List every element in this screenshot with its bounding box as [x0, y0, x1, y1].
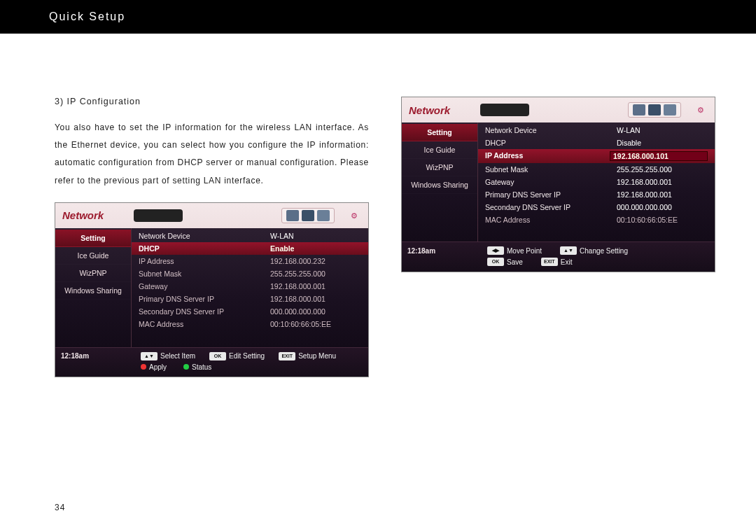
setting-key: DHCP	[485, 139, 617, 147]
setting-key: MAC Address	[485, 216, 617, 224]
setting-value: Enable	[270, 244, 361, 253]
legend-item: Apply	[138, 363, 169, 371]
legend-item: OKSave	[484, 258, 526, 266]
green-dot-icon	[183, 364, 189, 370]
sidebar-item-setting[interactable]: Setting	[55, 230, 131, 247]
button-hint-icon: EXIT	[279, 352, 295, 360]
sidebar-item-wizpnp[interactable]: WizPNP	[402, 159, 477, 176]
setting-row[interactable]: Gateway192.168.000.001	[478, 176, 715, 188]
setting-key: Primary DNS Server IP	[485, 190, 617, 199]
setting-value: 000.000.000.000	[617, 203, 708, 211]
gear-icon: ⚙	[347, 209, 361, 223]
setting-row[interactable]: DHCPDisable	[478, 136, 715, 149]
setting-value: Disable	[617, 139, 708, 147]
legend-label: Save	[507, 258, 523, 266]
sidebar-item-wizpnp[interactable]: WizPNP	[55, 265, 131, 282]
screenshot-dhcp-enable: Network ⚙ SettingIce GuideWizPNPWindows …	[55, 202, 369, 377]
setting-key: MAC Address	[139, 320, 270, 328]
setting-key: IP Address	[139, 257, 270, 265]
device-image	[480, 104, 529, 116]
setting-key: Primary DNS Server IP	[139, 295, 270, 303]
sidebar-item-ice-guide[interactable]: Ice Guide	[55, 247, 131, 265]
setting-key: DHCP	[139, 244, 270, 253]
legend-item: EXITSetup Menu	[276, 352, 339, 360]
button-hint-icon: EXIT	[541, 258, 558, 266]
setting-value: 192.168.000.232	[270, 257, 361, 265]
screenshot-ip-edit: Network ⚙ SettingIce GuideWizPNPWindows …	[401, 97, 715, 272]
sidebar-item-ice-guide[interactable]: Ice Guide	[402, 141, 477, 159]
setting-value: 192.168.000.001	[270, 282, 361, 290]
setting-value: 00:10:60:66:05:EE	[270, 320, 361, 328]
screen-title: Network	[409, 104, 472, 116]
legend-label: Exit	[561, 258, 573, 266]
setting-row[interactable]: Subnet Mask255.255.255.000	[478, 163, 715, 176]
gear-icon: ⚙	[694, 103, 708, 117]
setting-row[interactable]: Secondary DNS Server IP000.000.000.000	[132, 305, 368, 318]
setting-key: Secondary DNS Server IP	[485, 203, 617, 211]
network-icon	[648, 104, 661, 115]
setting-value: 255.255.255.000	[617, 165, 708, 174]
setting-key: Subnet Mask	[485, 165, 617, 174]
sidebar-item-windows-sharing[interactable]: Windows Sharing	[55, 282, 131, 300]
setting-value: 192.168.000.101	[610, 151, 708, 161]
setting-key: Secondary DNS Server IP	[139, 307, 270, 316]
setting-row[interactable]: Primary DNS Server IP192.168.000.001	[478, 188, 715, 201]
network-icon	[302, 210, 314, 221]
monitor-icon	[286, 210, 299, 221]
legend-item: ◀▶Move Point	[484, 246, 545, 255]
page-number: 34	[55, 503, 65, 512]
toolbar-icons	[628, 102, 681, 118]
setting-value: 00:10:60:66:05:EE	[617, 216, 708, 224]
setting-row[interactable]: Primary DNS Server IP192.168.000.001	[132, 293, 368, 305]
sidebar-item-setting[interactable]: Setting	[402, 124, 477, 141]
setting-value: 000.000.000.000	[270, 307, 361, 316]
setting-key: Gateway	[139, 282, 270, 290]
setting-key: Gateway	[485, 178, 617, 186]
legend-label: Apply	[149, 363, 167, 371]
setting-key: Network Device	[139, 232, 270, 240]
legend-item: OKEdit Setting	[206, 352, 267, 360]
setting-row[interactable]: MAC Address00:10:60:66:05:EE	[478, 214, 715, 226]
screen-title: Network	[62, 209, 125, 221]
clock: 12:18am	[407, 247, 479, 255]
legend-label: Change Setting	[580, 247, 628, 255]
device-image	[134, 209, 183, 222]
setting-value: 192.168.000.001	[617, 190, 708, 199]
setting-row[interactable]: IP Address192.168.000.232	[132, 255, 368, 267]
setting-row[interactable]: Subnet Mask255.255.255.000	[132, 267, 368, 280]
red-dot-icon	[141, 364, 146, 370]
setting-row[interactable]: IP Address192.168.000.101	[478, 149, 715, 163]
legend-item: ▲▼Change Setting	[557, 246, 631, 255]
button-hint-icon: ◀▶	[487, 246, 504, 255]
setting-value: W-LAN	[617, 126, 708, 134]
setting-value: 192.168.000.001	[617, 178, 708, 186]
section-heading: 3) IP Configuration	[55, 97, 369, 106]
setting-key: IP Address	[485, 151, 610, 161]
legend-label: Setup Menu	[298, 352, 336, 360]
search-icon	[664, 104, 676, 115]
search-icon	[317, 210, 330, 221]
setting-row[interactable]: Secondary DNS Server IP000.000.000.000	[478, 201, 715, 214]
body-paragraph: You also have to set the IP information …	[55, 119, 369, 190]
button-hint-icon: OK	[209, 352, 226, 360]
legend-item: Status	[181, 363, 214, 371]
button-hint-icon: OK	[487, 258, 504, 266]
setting-key: Network Device	[485, 126, 617, 134]
monitor-icon	[633, 104, 645, 115]
toolbar-icons	[281, 208, 335, 223]
legend-item: EXITExit	[538, 258, 575, 266]
setting-value: 255.255.255.000	[270, 270, 361, 278]
legend-label: Edit Setting	[229, 352, 265, 360]
legend-label: Select Item	[160, 352, 195, 360]
setting-row[interactable]: DHCPEnable	[132, 242, 368, 255]
button-hint-icon: ▲▼	[141, 352, 158, 360]
sidebar-item-windows-sharing[interactable]: Windows Sharing	[402, 176, 477, 194]
setting-row[interactable]: Gateway192.168.000.001	[132, 280, 368, 293]
button-hint-icon: ▲▼	[560, 246, 577, 255]
legend-item: ▲▼Select Item	[138, 352, 198, 360]
setting-row[interactable]: MAC Address00:10:60:66:05:EE	[132, 318, 368, 330]
setting-key: Subnet Mask	[139, 270, 270, 278]
setting-row[interactable]: Network DeviceW-LAN	[132, 230, 368, 242]
setting-row[interactable]: Network DeviceW-LAN	[478, 124, 715, 136]
legend-label: Move Point	[507, 247, 542, 255]
